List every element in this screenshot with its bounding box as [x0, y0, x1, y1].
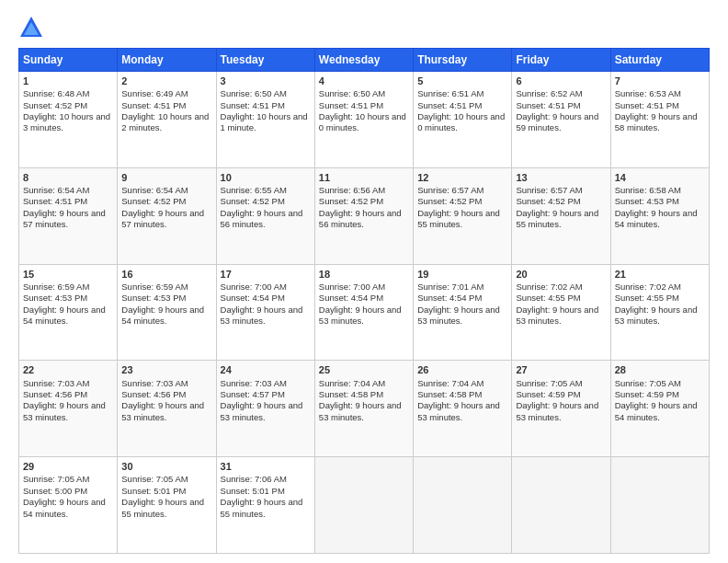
day-number: 17 [221, 268, 311, 281]
daylight-text: Daylight: 9 hours and 53 minutes. [221, 400, 303, 421]
calendar-cell [314, 457, 413, 554]
daylight-text: Daylight: 9 hours and 53 minutes. [121, 400, 204, 421]
sunrise-text: Sunrise: 7:05 AM [516, 378, 582, 388]
sunset-text: Sunset: 4:57 PM [221, 389, 285, 399]
sunset-text: Sunset: 4:51 PM [23, 196, 87, 206]
logo [18, 15, 48, 40]
day-number: 4 [319, 75, 409, 87]
calendar-cell: 6Sunrise: 6:52 AMSunset: 4:51 PMDaylight… [512, 72, 610, 168]
daylight-text: Daylight: 9 hours and 57 minutes. [23, 208, 106, 229]
sunset-text: Sunset: 4:51 PM [516, 100, 580, 110]
sunrise-text: Sunrise: 7:03 AM [221, 378, 287, 388]
calendar-cell: 10Sunrise: 6:55 AMSunset: 4:52 PMDayligh… [216, 167, 314, 264]
sunset-text: Sunset: 4:58 PM [319, 389, 383, 399]
sunset-text: Sunset: 4:52 PM [221, 196, 285, 206]
calendar-cell: 13Sunrise: 6:57 AMSunset: 4:52 PMDayligh… [512, 167, 610, 264]
calendar-cell: 2Sunrise: 6:49 AMSunset: 4:51 PMDaylight… [118, 72, 216, 168]
sunrise-text: Sunrise: 6:50 AM [319, 88, 385, 98]
calendar-cell: 22Sunrise: 7:03 AMSunset: 4:56 PMDayligh… [19, 361, 118, 457]
day-number: 2 [121, 75, 211, 87]
calendar-cell: 29Sunrise: 7:05 AMSunset: 5:00 PMDayligh… [19, 457, 118, 554]
sunset-text: Sunset: 4:56 PM [23, 389, 87, 399]
day-number: 16 [121, 268, 211, 281]
day-number: 30 [121, 460, 211, 473]
sunrise-text: Sunrise: 6:49 AM [121, 88, 188, 98]
calendar-cell: 19Sunrise: 7:01 AMSunset: 4:54 PMDayligh… [414, 264, 512, 361]
calendar-header-tuesday: Tuesday [216, 49, 314, 72]
sunrise-text: Sunrise: 6:59 AM [23, 282, 89, 292]
sunrise-text: Sunrise: 7:00 AM [319, 282, 385, 292]
page: SundayMondayTuesdayWednesdayThursdayFrid… [0, 0, 728, 563]
sunrise-text: Sunrise: 6:50 AM [221, 88, 287, 98]
sunrise-text: Sunrise: 7:02 AM [516, 282, 582, 292]
sunrise-text: Sunrise: 7:05 AM [121, 474, 188, 484]
calendar-cell: 15Sunrise: 6:59 AMSunset: 4:53 PMDayligh… [19, 264, 118, 361]
sunrise-text: Sunrise: 7:00 AM [221, 282, 287, 292]
sunset-text: Sunset: 4:53 PM [23, 293, 87, 303]
sunrise-text: Sunrise: 7:05 AM [615, 378, 681, 388]
day-number: 22 [23, 363, 113, 376]
day-number: 29 [23, 460, 113, 473]
calendar-cell: 3Sunrise: 6:50 AMSunset: 4:51 PMDaylight… [216, 72, 314, 168]
day-number: 24 [221, 363, 311, 376]
daylight-text: Daylight: 9 hours and 53 minutes. [417, 400, 500, 421]
sunset-text: Sunset: 4:53 PM [121, 293, 186, 303]
sunset-text: Sunset: 5:01 PM [221, 486, 285, 496]
daylight-text: Daylight: 9 hours and 55 minutes. [221, 497, 303, 518]
day-number: 25 [319, 363, 409, 376]
day-number: 18 [319, 268, 409, 281]
sunset-text: Sunset: 4:52 PM [23, 100, 87, 110]
daylight-text: Daylight: 9 hours and 53 minutes. [516, 400, 598, 421]
calendar-cell: 11Sunrise: 6:56 AMSunset: 4:52 PMDayligh… [314, 167, 413, 264]
sunset-text: Sunset: 4:54 PM [417, 293, 482, 303]
calendar-cell [512, 457, 610, 554]
daylight-text: Daylight: 9 hours and 53 minutes. [516, 304, 598, 326]
daylight-text: Daylight: 9 hours and 57 minutes. [121, 208, 204, 229]
sunset-text: Sunset: 4:51 PM [615, 100, 679, 110]
sunset-text: Sunset: 4:56 PM [121, 389, 186, 399]
sunset-text: Sunset: 4:59 PM [615, 389, 679, 399]
calendar-cell: 7Sunrise: 6:53 AMSunset: 4:51 PMDaylight… [610, 72, 709, 168]
daylight-text: Daylight: 9 hours and 53 minutes. [221, 304, 303, 326]
logo-icon [18, 15, 44, 40]
calendar-cell: 31Sunrise: 7:06 AMSunset: 5:01 PMDayligh… [216, 457, 314, 554]
sunset-text: Sunset: 4:51 PM [319, 100, 383, 110]
sunrise-text: Sunrise: 6:54 AM [121, 185, 188, 195]
day-number: 7 [615, 75, 705, 87]
sunset-text: Sunset: 4:54 PM [221, 293, 285, 303]
sunrise-text: Sunrise: 7:04 AM [319, 378, 385, 388]
sunset-text: Sunset: 4:51 PM [221, 100, 285, 110]
calendar-week-row: 1Sunrise: 6:48 AMSunset: 4:52 PMDaylight… [19, 72, 710, 168]
calendar-header-monday: Monday [118, 49, 216, 72]
sunset-text: Sunset: 4:58 PM [417, 389, 482, 399]
day-number: 20 [516, 268, 606, 281]
daylight-text: Daylight: 9 hours and 53 minutes. [319, 400, 402, 421]
calendar-cell [414, 457, 512, 554]
sunrise-text: Sunrise: 6:51 AM [417, 88, 483, 98]
sunset-text: Sunset: 5:01 PM [121, 486, 186, 496]
sunset-text: Sunset: 4:54 PM [319, 293, 383, 303]
calendar-week-row: 8Sunrise: 6:54 AMSunset: 4:51 PMDaylight… [19, 167, 710, 264]
sunrise-text: Sunrise: 6:48 AM [23, 88, 89, 98]
daylight-text: Daylight: 9 hours and 55 minutes. [417, 208, 500, 229]
calendar-header-thursday: Thursday [414, 49, 512, 72]
sunset-text: Sunset: 5:00 PM [23, 486, 87, 496]
daylight-text: Daylight: 9 hours and 55 minutes. [516, 208, 598, 229]
sunset-text: Sunset: 4:51 PM [121, 100, 186, 110]
daylight-text: Daylight: 10 hours and 1 minute. [221, 111, 308, 132]
sunrise-text: Sunrise: 6:57 AM [417, 185, 483, 195]
daylight-text: Daylight: 10 hours and 0 minutes. [319, 111, 406, 132]
day-number: 27 [516, 363, 606, 376]
sunrise-text: Sunrise: 6:55 AM [221, 185, 287, 195]
sunrise-text: Sunrise: 6:57 AM [516, 185, 582, 195]
day-number: 11 [319, 171, 409, 184]
daylight-text: Daylight: 9 hours and 56 minutes. [319, 208, 402, 229]
daylight-text: Daylight: 9 hours and 59 minutes. [516, 111, 598, 132]
day-number: 19 [417, 268, 507, 281]
calendar-cell: 20Sunrise: 7:02 AMSunset: 4:55 PMDayligh… [512, 264, 610, 361]
calendar-cell: 5Sunrise: 6:51 AMSunset: 4:51 PMDaylight… [414, 72, 512, 168]
calendar-cell: 8Sunrise: 6:54 AMSunset: 4:51 PMDaylight… [19, 167, 118, 264]
calendar-cell: 23Sunrise: 7:03 AMSunset: 4:56 PMDayligh… [118, 361, 216, 457]
sunset-text: Sunset: 4:52 PM [417, 196, 482, 206]
sunrise-text: Sunrise: 6:58 AM [615, 185, 681, 195]
